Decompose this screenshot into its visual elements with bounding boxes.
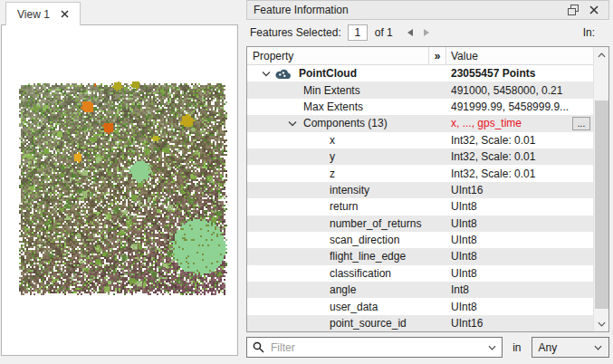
close-panel-icon[interactable] [586,3,602,17]
property-value: UInt8 [451,267,593,280]
property-value: UInt8 [451,301,593,313]
tab-view-1[interactable]: View 1 [5,2,81,25]
in-label: In: [583,26,609,39]
table-row[interactable]: angle Int8 [247,282,593,298]
property-name: PointCloud [296,67,357,80]
property-value: UInt8 [451,217,593,230]
scroll-up-icon[interactable] [594,47,608,62]
table-row[interactable]: number_of_returns UInt8 [247,216,593,232]
next-feature-button[interactable] [418,25,435,40]
tab-close-icon[interactable] [61,10,69,18]
filter-placeholder: Filter [271,341,488,354]
property-name: user_data [327,301,378,313]
property-name: scan_direction [327,234,399,246]
features-selected-label: Features Selected: [250,26,341,39]
property-name: number_of_returns [327,217,421,230]
property-column-header: Property [247,47,429,64]
table-header: Property » Value [247,47,608,65]
property-name: z [327,168,335,180]
table-row[interactable]: user_data UInt8 [247,298,593,314]
table-row[interactable]: Components (13) x, ..., gps_time ... [247,115,593,131]
property-name: return [327,200,358,213]
property-value: Int32, Scale: 0.01 [451,168,593,180]
arrow-right-icon [424,29,429,36]
table-row[interactable]: PointCloud 23055457 Points [247,65,593,81]
chevron-down-icon[interactable] [262,71,274,77]
property-value: UInt16 [451,184,593,196]
property-table-rows: PointCloud 23055457 Points Min Extents 4… [247,65,593,331]
panel-titlebar: Feature Information [246,0,609,20]
property-value: UInt16 [451,317,593,330]
property-name: y [327,150,335,163]
table-row[interactable]: Max Extents 491999.99, 5458999.9... [247,99,593,115]
table-row[interactable]: flight_line_edge UInt8 [247,248,593,264]
tab-view-1-label: View 1 [17,8,50,21]
arrow-left-icon [407,29,413,36]
feature-index-input[interactable]: 1 [348,24,368,41]
chevron-down-icon[interactable] [288,120,301,127]
filter-bar: Filter in Any [246,337,609,358]
property-table: Property » Value PointCloud 23055457 Poi… [246,46,609,332]
filter-scope-select[interactable]: Any [532,337,609,358]
property-name: x [327,134,335,147]
pointcloud-icon [274,68,296,80]
view-pane: View 1 [0,0,241,364]
filter-in-label: in [503,341,531,354]
property-name: intensity [327,184,369,196]
table-row[interactable]: point_source_id UInt16 [247,315,593,331]
features-toolbar: Features Selected: 1 of 1 In: [246,22,609,43]
table-row[interactable]: y Int32, Scale: 0.01 [247,148,593,165]
feature-information-panel: Feature Information Features Selected: 1… [243,0,613,364]
property-value: 491000, 5458000, 0.21 [451,84,593,97]
property-value: UInt8 [451,200,593,213]
filter-scope-value: Any [539,341,594,354]
property-name: point_source_id [327,317,407,330]
scrollbar-thumb[interactable] [595,101,608,309]
chevron-down-icon [488,345,496,350]
property-value: 23055457 Points [451,67,593,80]
value-column-header: Value [446,47,608,64]
property-name: flight_line_edge [327,250,406,263]
search-icon [253,341,264,353]
property-name: Max Extents [301,101,363,113]
table-row[interactable]: classification UInt8 [247,265,593,282]
column-expander-button[interactable]: » [429,47,446,64]
feature-count-label: of 1 [375,26,393,39]
table-row[interactable]: scan_direction UInt8 [247,232,593,248]
property-value: UInt8 [451,234,593,246]
scroll-down-icon[interactable] [594,316,608,331]
table-row[interactable]: Min Extents 491000, 5458000, 0.21 [247,81,593,98]
table-row[interactable]: z Int32, Scale: 0.01 [247,165,593,181]
property-name: Components (13) [301,117,388,129]
property-value: UInt8 [451,250,593,263]
property-value: Int32, Scale: 0.01 [451,150,593,163]
float-panel-icon[interactable] [565,3,581,17]
table-row[interactable]: return UInt8 [247,198,593,215]
property-name: Min Extents [301,84,360,97]
property-value: Int8 [451,283,593,296]
property-value: x, ..., gps_time [451,117,572,129]
table-row[interactable]: intensity UInt16 [247,182,593,198]
property-value: 491999.99, 5458999.9... [451,101,593,113]
pointcloud-render[interactable] [17,81,229,297]
view-tabbar: View 1 [0,0,241,24]
table-row[interactable]: x Int32, Scale: 0.01 [247,132,593,148]
property-name: classification [327,267,391,280]
filter-input[interactable]: Filter [246,337,503,358]
property-value: Int32, Scale: 0.01 [451,134,593,147]
property-name: angle [327,283,356,296]
chevron-down-icon [594,345,602,350]
map-viewport[interactable] [1,24,238,356]
vertical-scrollbar[interactable] [593,47,608,331]
previous-feature-button[interactable] [402,25,418,40]
application-window: View 1 Feature Information [0,0,613,364]
ellipsis-button[interactable]: ... [572,117,590,130]
panel-title: Feature Information [254,4,560,16]
